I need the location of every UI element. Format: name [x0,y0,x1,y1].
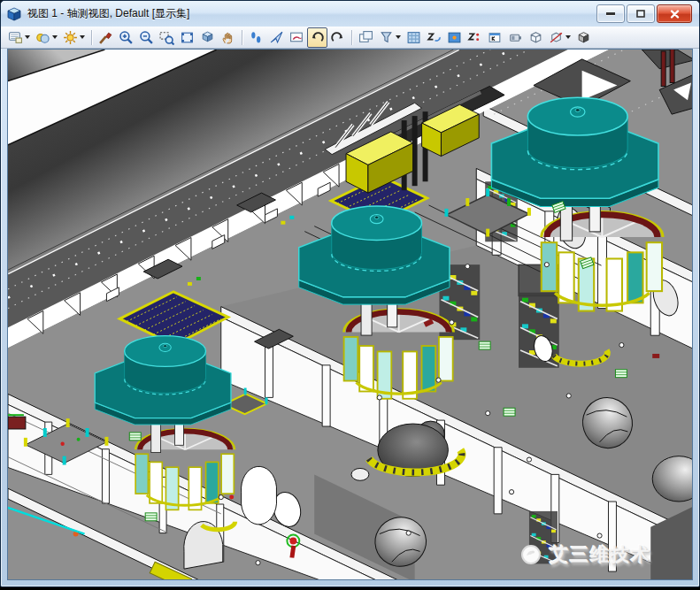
titlebar[interactable]: 视图 1 - 轴测视图, Default [显示集] [1,1,699,27]
update-view-icon [98,30,113,45]
watermark-text: 艾三维技术 [550,542,651,567]
rotate-cube-icon [549,30,564,45]
dropdown-arrow-icon[interactable] [52,35,58,39]
minimize-button[interactable] [596,4,625,23]
view-previous-icon [310,30,325,45]
window-controls [596,4,694,23]
tool-view-attributes[interactable] [5,27,33,48]
clip-mask-icon [406,30,421,45]
toolbar-separator [242,30,242,45]
toolbar-separator [91,30,92,45]
tool-view-next[interactable] [327,27,348,48]
dropdown-arrow-icon[interactable] [396,35,401,39]
dropdown-arrow-icon[interactable] [565,35,571,39]
close-icon [670,10,680,19]
watermark: 艾三维技术 [519,542,651,567]
viewport-3d-scene [8,50,692,579]
tool-clip-volume[interactable] [376,27,404,48]
view-cube-icon [528,30,543,45]
clip-volume-icon [379,30,394,45]
set-display-depth-icon [427,30,442,45]
tool-render-mode[interactable] [505,27,526,48]
walk-icon [249,30,264,45]
tool-view-flags[interactable] [485,27,505,48]
tool-window-area[interactable] [157,27,177,48]
pan-view-icon [220,30,235,45]
dropdown-arrow-icon[interactable] [25,35,30,39]
window-title: 视图 1 - 轴测视图, Default [显示集] [27,6,189,21]
fly-icon [269,30,284,45]
tool-zoom-in[interactable] [116,27,136,48]
tool-show-display-depth[interactable] [465,27,485,48]
tool-shaded-cube[interactable] [573,27,594,48]
view-attributes-icon [8,30,23,45]
rotate-view-icon [200,30,215,45]
tool-set-display-depth[interactable] [424,27,444,48]
cad-view-window: 视图 1 - 轴测视图, Default [显示集] [0,0,700,587]
show-display-depth-icon [467,30,482,45]
tool-rotate-view[interactable] [197,27,218,48]
show-display-set-icon [447,30,462,45]
toolbar-separator [351,30,352,45]
tool-adjust-brightness[interactable] [60,27,88,48]
display-style-icon [35,30,50,45]
dropdown-arrow-icon[interactable] [80,35,85,39]
viewport[interactable]: 艾三维技术 [7,49,693,580]
close-button[interactable] [657,4,692,23]
restore-button[interactable] [627,4,655,23]
tool-display-style[interactable] [33,27,60,48]
render-mode-icon [508,30,523,45]
toolbar [1,27,699,49]
tool-walk[interactable] [246,27,266,48]
minimize-icon [605,11,616,17]
tool-view-previous[interactable] [307,27,327,48]
adjust-brightness-icon [63,30,78,45]
tool-navigate-view[interactable] [287,27,307,48]
tool-pan-view[interactable] [218,27,238,48]
tool-update-view[interactable] [96,27,116,48]
tool-show-display-set[interactable] [444,27,465,48]
tool-zoom-out[interactable] [136,27,157,48]
zoom-in-icon [119,30,134,45]
fit-view-icon [180,30,195,45]
navigate-view-icon [289,30,304,45]
tool-fly[interactable] [266,27,287,48]
tool-fit-view[interactable] [177,27,197,48]
view-window-icon [6,7,22,21]
tool-rotate-cube[interactable] [546,27,573,48]
view-next-icon [330,30,345,45]
shaded-cube-icon [576,30,591,45]
zoom-out-icon [139,30,154,45]
tool-clip-mask[interactable] [404,27,424,48]
copy-view-icon [358,30,373,45]
restore-icon [635,9,646,19]
tool-copy-view[interactable] [356,27,376,48]
window-area-icon [159,30,174,45]
view-flags-icon [488,30,503,45]
tool-view-cube[interactable] [526,27,546,48]
watermark-logo-icon [519,544,542,565]
